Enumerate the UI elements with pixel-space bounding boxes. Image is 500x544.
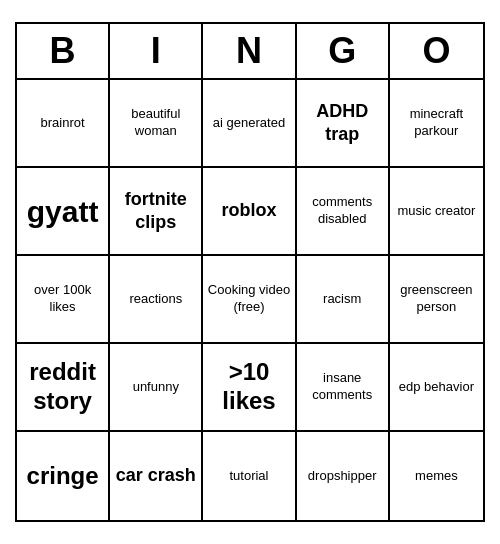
header-letter: I: [110, 24, 203, 78]
cell-text: edp behavior: [399, 379, 474, 396]
cell-text: ai generated: [213, 115, 285, 132]
bingo-header: BINGO: [17, 24, 483, 80]
bingo-cell: Cooking video (free): [203, 256, 296, 344]
header-letter: O: [390, 24, 483, 78]
cell-text: insane comments: [301, 370, 384, 404]
cell-text: memes: [415, 468, 458, 485]
bingo-cell: unfunny: [110, 344, 203, 432]
bingo-cell: fortnite clips: [110, 168, 203, 256]
bingo-cell: greenscreen person: [390, 256, 483, 344]
cell-text: racism: [323, 291, 361, 308]
cell-text: >10 likes: [207, 358, 290, 416]
bingo-cell: car crash: [110, 432, 203, 520]
bingo-grid: brainrotbeautiful womanai generatedADHD …: [17, 80, 483, 520]
bingo-cell: ADHD trap: [297, 80, 390, 168]
cell-text: car crash: [116, 464, 196, 487]
bingo-cell: cringe: [17, 432, 110, 520]
cell-text: tutorial: [229, 468, 268, 485]
cell-text: cringe: [27, 462, 99, 491]
header-letter: B: [17, 24, 110, 78]
cell-text: brainrot: [41, 115, 85, 132]
bingo-card: BINGO brainrotbeautiful womanai generate…: [15, 22, 485, 522]
header-letter: G: [297, 24, 390, 78]
cell-text: reddit story: [21, 358, 104, 416]
bingo-cell: reddit story: [17, 344, 110, 432]
bingo-cell: >10 likes: [203, 344, 296, 432]
cell-text: beautiful woman: [114, 106, 197, 140]
cell-text: gyatt: [27, 192, 99, 231]
cell-text: comments disabled: [301, 194, 384, 228]
bingo-cell: insane comments: [297, 344, 390, 432]
bingo-cell: reactions: [110, 256, 203, 344]
bingo-cell: roblox: [203, 168, 296, 256]
bingo-cell: comments disabled: [297, 168, 390, 256]
cell-text: unfunny: [133, 379, 179, 396]
bingo-cell: brainrot: [17, 80, 110, 168]
bingo-cell: racism: [297, 256, 390, 344]
cell-text: greenscreen person: [394, 282, 479, 316]
cell-text: fortnite clips: [114, 188, 197, 235]
cell-text: over 100k likes: [21, 282, 104, 316]
cell-text: roblox: [221, 199, 276, 222]
header-letter: N: [203, 24, 296, 78]
bingo-cell: dropshipper: [297, 432, 390, 520]
bingo-cell: beautiful woman: [110, 80, 203, 168]
cell-text: dropshipper: [308, 468, 377, 485]
bingo-cell: music creator: [390, 168, 483, 256]
cell-text: music creator: [397, 203, 475, 220]
cell-text: minecraft parkour: [394, 106, 479, 140]
bingo-cell: ai generated: [203, 80, 296, 168]
bingo-cell: memes: [390, 432, 483, 520]
bingo-cell: minecraft parkour: [390, 80, 483, 168]
bingo-cell: tutorial: [203, 432, 296, 520]
bingo-cell: over 100k likes: [17, 256, 110, 344]
cell-text: Cooking video (free): [207, 282, 290, 316]
cell-text: reactions: [129, 291, 182, 308]
bingo-cell: gyatt: [17, 168, 110, 256]
cell-text: ADHD trap: [301, 100, 384, 147]
bingo-cell: edp behavior: [390, 344, 483, 432]
